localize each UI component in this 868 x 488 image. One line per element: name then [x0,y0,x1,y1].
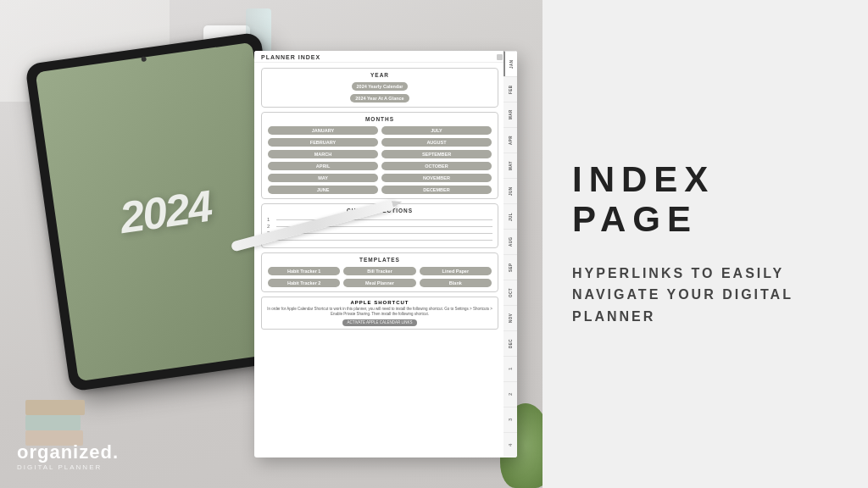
year-buttons: 2024 Yearly Calendar 2024 Year At A Glan… [267,81,492,103]
brand: organized. DIGITAL PLANNER [17,441,119,471]
tab-jul[interactable]: JUL [504,203,517,229]
months-grid: JANUARY JULY FEBRUARY AUGUST MARCH SEPTE… [267,125,492,195]
templates-grid: Habit Tracker 1 Bill Tracker Lined Paper… [267,266,492,288]
tab-3[interactable]: 3 [504,407,517,432]
apple-shortcut-title: APPLE SHORTCUT [266,300,493,305]
tab-may[interactable]: MAY [504,152,517,178]
planner-title: PLANNER INDEX [261,54,320,60]
index-page-subtitle: HYPERLINKS TO EASILY NAVIGATE YOUR DIGIT… [572,263,838,328]
index-page-title: INDEX PAGE [572,160,838,238]
templates-label: TEMPLATES [267,257,492,263]
month-november[interactable]: NOVEMBER [381,174,492,182]
apple-shortcut-section: APPLE SHORTCUT In order for Apple Calend… [261,297,498,330]
custom-row-4: 4 [267,237,492,242]
months-section: MONTHS JANUARY JULY FEBRUARY AUGUST MARC… [261,112,498,199]
tab-aug[interactable]: AUG [504,229,517,254]
month-march[interactable]: MARCH [268,150,378,158]
custom-line-4 [276,240,492,241]
month-april[interactable]: APRIL [268,162,378,170]
month-february[interactable]: FEBRUARY [268,138,378,147]
brand-sub: DIGITAL PLANNER [17,463,119,471]
month-december[interactable]: DECEMBER [381,186,492,194]
template-meal[interactable]: Meal Planner [343,279,415,287]
tab-oct[interactable]: OCT [504,280,517,305]
month-june[interactable]: JUNE [268,186,378,194]
template-habit2[interactable]: Habit Tracker 2 [268,279,340,287]
tab-1[interactable]: 1 [504,356,517,381]
year-at-glance-btn[interactable]: 2024 Year At A Glance [350,94,409,103]
tab-4[interactable]: 4 [504,432,517,458]
apple-calendar-btn[interactable]: ACTIVATE APPLE CALENDAR LINKS [342,319,418,326]
books-stack [25,395,93,446]
month-august[interactable]: AUGUST [381,138,492,147]
yearly-calendar-btn[interactable]: 2024 Yearly Calendar [352,82,409,91]
tablet-year-display: 2024 [117,180,214,243]
template-bill[interactable]: Bill Tracker [343,267,415,275]
tab-apr[interactable]: APR [504,127,517,152]
template-blank[interactable]: Blank [420,279,492,287]
custom-num-2: 2 [267,224,274,229]
tab-2[interactable]: 2 [504,381,517,407]
month-may[interactable]: MAY [268,174,378,182]
month-july[interactable]: JULY [381,126,492,135]
month-september[interactable]: SEPTEMBER [381,150,492,158]
tab-jan[interactable]: JAN [504,51,517,76]
custom-num-1: 1 [267,217,274,222]
planner-header: PLANNER INDEX [254,51,517,63]
months-label: MONTHS [267,116,492,122]
brand-name: organized. [17,441,119,463]
win-btn-1 [497,54,503,60]
tab-dec[interactable]: DEC [504,330,517,356]
custom-line-3 [276,233,492,234]
right-section: INDEX PAGE HYPERLINKS TO EASILY NAVIGATE… [542,0,868,488]
tab-sep[interactable]: SEP [504,254,517,280]
planner-tabs: JAN FEB MAR APR MAY JUN JUL AUG SEP OCT … [504,51,517,458]
apple-shortcut-text: In order for Apple Calendar Shortcut to … [266,307,493,318]
tab-jun[interactable]: JUN [504,178,517,203]
planner-document: PLANNER INDEX JAN FEB MAR APR MAY JUN JU… [254,51,517,458]
tab-feb[interactable]: FEB [504,76,517,102]
month-october[interactable]: OCTOBER [381,162,492,170]
custom-line-1 [276,219,492,220]
planner-content: YEAR 2024 Yearly Calendar 2024 Year At A… [254,63,517,335]
year-label: YEAR [267,72,492,78]
tab-nov[interactable]: NOV [504,305,517,330]
tab-mar[interactable]: MAR [504,102,517,127]
year-section: YEAR 2024 Yearly Calendar 2024 Year At A… [261,68,498,108]
template-lined[interactable]: Lined Paper [420,267,492,275]
month-january[interactable]: JANUARY [268,126,378,135]
custom-row-1: 1 [267,217,492,222]
template-habit1[interactable]: Habit Tracker 1 [268,267,340,275]
templates-section: TEMPLATES Habit Tracker 1 Bill Tracker L… [261,252,498,292]
left-section: 2024 PLANNER INDEX JAN FEB MAR APR MAY J… [0,0,542,488]
